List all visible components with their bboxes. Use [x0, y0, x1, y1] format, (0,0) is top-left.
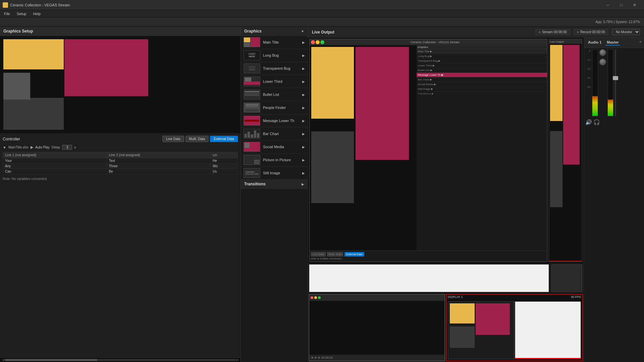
- prev-arrow-icon[interactable]: ▼: [3, 145, 6, 149]
- mini-ext-data-btn[interactable]: External Data: [344, 252, 364, 256]
- graphics-item-bar-chart[interactable]: Bar Chart ▶: [241, 127, 308, 140]
- bullet-list-submenu-icon[interactable]: ▶: [302, 93, 305, 97]
- menu-help[interactable]: Help: [32, 11, 42, 16]
- window-title: Ceramic Collection - VEGAS Stream: [10, 3, 70, 7]
- mac-min-icon[interactable]: [314, 296, 317, 299]
- headphone-icon[interactable]: 🎧: [593, 119, 600, 125]
- display-window-titlebar: [309, 295, 444, 301]
- cell-2-1: Can: [3, 169, 107, 174]
- menu-file[interactable]: File: [3, 11, 11, 16]
- display-preview: [448, 301, 581, 359]
- mini-preview: [310, 45, 417, 250]
- message-lower-thumbnail: [244, 116, 260, 126]
- mini-graphics-item-8[interactable]: Social Media ▶: [417, 82, 547, 87]
- col-header-2: Line 2 (not assigned): [107, 152, 211, 158]
- graphics-item-lower-third[interactable]: Lower Third ▶: [241, 75, 308, 88]
- menu-setup[interactable]: Setup: [15, 11, 28, 16]
- mini-minimize-icon[interactable]: [316, 40, 320, 44]
- mini-controller-buttons: Live Data Multi. Data External Data: [311, 252, 546, 256]
- audio-tab-1[interactable]: Audio 1: [587, 40, 603, 46]
- table-row[interactable]: Any Three Wo: [3, 164, 238, 169]
- stream-status: Stream 00:00:00: [536, 29, 570, 35]
- graphics-item-still-image[interactable]: CERAMICCOLLECTION Still Image ▶: [241, 167, 308, 180]
- graphics-item-main-title[interactable]: Main Title ▶: [241, 36, 308, 49]
- minimize-button[interactable]: ─: [601, 0, 614, 10]
- mini-graphics-item-4[interactable]: Lower Third ▶: [417, 63, 547, 68]
- display-mini-app: [448, 301, 514, 359]
- people-finder-submenu-icon[interactable]: ▶: [302, 106, 305, 110]
- mini-close-icon[interactable]: [311, 40, 315, 44]
- graphics-item-long-bug[interactable]: LOGOHERE Long Bug ▶: [241, 49, 308, 62]
- mini-maximize-icon[interactable]: [320, 40, 324, 44]
- graphics-item-bullet-list[interactable]: Bullet List ▶: [241, 88, 308, 101]
- bar-chart-thumbnail: [244, 129, 260, 139]
- graphics-collapse-icon[interactable]: ▼: [301, 29, 304, 33]
- long-bug-submenu-icon[interactable]: ▶: [302, 54, 305, 57]
- still-image-submenu-icon[interactable]: ▶: [302, 171, 305, 175]
- horizontal-scrollbar[interactable]: ◄ ►: [0, 357, 240, 362]
- graphics-item-transparent-bug[interactable]: LOGOHERE Transparent Bug ▶: [241, 62, 308, 75]
- mini-app-content: Graphics Main Title ▶ Long Bug ▶ Transpa…: [310, 45, 547, 250]
- scroll-right-icon[interactable]: ►: [236, 358, 239, 362]
- transitions-section[interactable]: Transitions ▶: [241, 180, 308, 189]
- pip-submenu-icon[interactable]: ▶: [302, 158, 305, 162]
- controller-buttons[interactable]: Live Data Multi. Data External Data: [162, 136, 238, 142]
- social-media-thumbnail: [244, 142, 260, 152]
- volume-knob-2[interactable]: [599, 59, 606, 65]
- scroll-left-icon[interactable]: ◄: [1, 358, 5, 362]
- scrollbar-track[interactable]: [5, 359, 236, 361]
- meter-bar-2: [607, 49, 613, 116]
- multi-data-button[interactable]: Multi. Data: [185, 136, 209, 142]
- live-output-main: Ceramic Collection - VEGAS Stream: [308, 38, 584, 362]
- mini-graphics-list: Graphics Main Title ▶ Long Bug ▶ Transpa…: [417, 45, 547, 250]
- display-preview-inner: [448, 301, 581, 359]
- mini-graphics-item-9[interactable]: Still Image ▶: [417, 87, 547, 92]
- mini-multi-data-btn[interactable]: Multi. Data: [327, 252, 343, 256]
- audio-tab-master[interactable]: Master: [605, 40, 620, 46]
- live-data-button[interactable]: Live Data: [162, 136, 184, 142]
- main-title-submenu-icon[interactable]: ▶: [302, 41, 305, 44]
- audio-expand-icon[interactable]: »: [639, 40, 641, 46]
- db-neg40: -40: [587, 85, 591, 88]
- mini-graphics-item-7[interactable]: Bar Chart ▶: [417, 77, 547, 82]
- monitor-select[interactable]: No Monitor: [612, 29, 640, 35]
- table-row[interactable]: Can Be Us: [3, 169, 238, 174]
- external-data-button[interactable]: External Data: [210, 136, 238, 142]
- mini-graphics-item-6-active[interactable]: Message Lower Th ▶: [417, 73, 547, 77]
- volume-knob-1[interactable]: [599, 49, 606, 56]
- lo-magenta: [563, 45, 580, 165]
- play-button[interactable]: ▶: [31, 145, 33, 149]
- speaker-icon[interactable]: 🔊: [585, 119, 592, 125]
- mini-transitions-item[interactable]: Transitions ▶: [417, 92, 547, 96]
- lo-dark: [550, 131, 562, 207]
- master-fader-thumb[interactable]: [613, 76, 618, 80]
- transparent-bug-submenu-icon[interactable]: ▶: [302, 67, 305, 70]
- bar-chart-submenu-icon[interactable]: ▶: [302, 132, 305, 136]
- mini-graphics-item-1[interactable]: Main Title ▶: [417, 49, 547, 54]
- close-button[interactable]: ✕: [628, 0, 641, 10]
- mini-live-data-btn[interactable]: Live Data: [311, 252, 326, 256]
- mac-max-icon[interactable]: [318, 296, 321, 299]
- mini-graphics-item-2[interactable]: Long Bug ▶: [417, 54, 547, 59]
- graphics-item-picture-in-picture[interactable]: Picture in Picture ▶: [241, 154, 308, 167]
- graphics-item-social-media[interactable]: Social Media ▶: [241, 140, 308, 154]
- lower-third-submenu-icon[interactable]: ▶: [302, 80, 305, 83]
- window-controls[interactable]: ─ □ ✕: [601, 0, 641, 10]
- scrollbar-thumb[interactable]: [5, 359, 97, 361]
- social-media-label: Social Media: [263, 145, 300, 149]
- mini-graphics-item-5[interactable]: Bullet List ▶: [417, 68, 547, 73]
- toolbar: App: 5.79% | System: 12.87%: [0, 17, 644, 27]
- delay-input[interactable]: [62, 145, 72, 150]
- display-timecode: 00:00:01: [321, 356, 333, 359]
- maximize-button[interactable]: □: [614, 0, 628, 10]
- graphics-item-people-finder[interactable]: People Finder ▶: [241, 101, 308, 114]
- mac-close-icon[interactable]: [311, 296, 313, 299]
- controller-filename: MainTitle.xlsx: [8, 145, 29, 149]
- mini-graphics-item-3[interactable]: Transparent Bug ▶: [417, 59, 547, 63]
- db-0: 0: [589, 49, 590, 52]
- graphics-item-message-lower[interactable]: Message Lower Th ▶: [241, 114, 308, 127]
- volume-controls: [598, 49, 607, 116]
- transitions-expand-icon[interactable]: ▶: [302, 182, 304, 186]
- social-media-submenu-icon[interactable]: ▶: [302, 145, 305, 149]
- message-lower-submenu-icon[interactable]: ▶: [302, 119, 305, 123]
